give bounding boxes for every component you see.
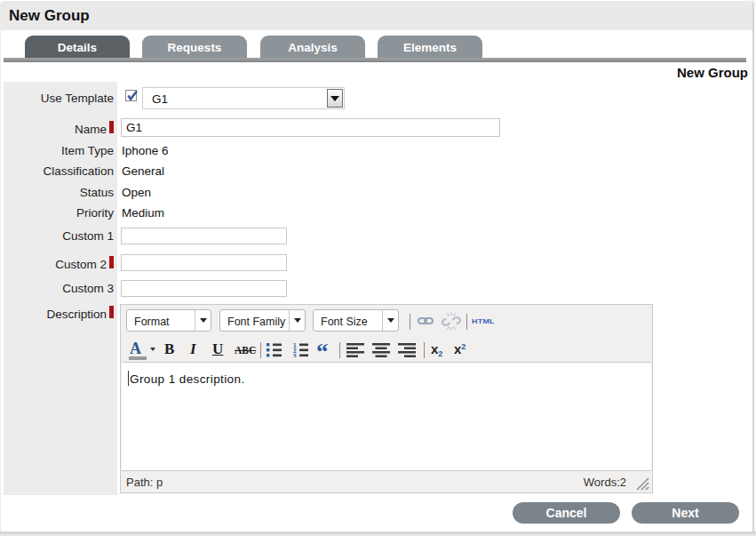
svg-text:3: 3 (293, 353, 297, 358)
